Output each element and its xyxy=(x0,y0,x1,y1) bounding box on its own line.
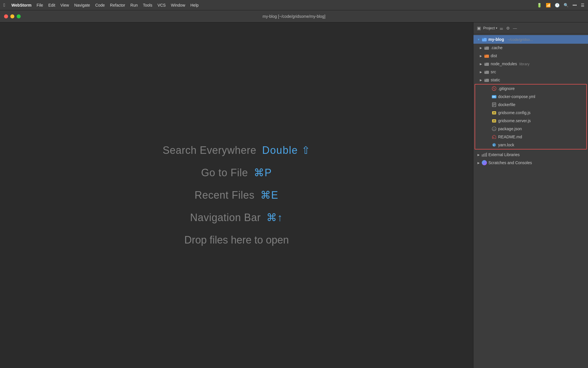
apple-menu[interactable]:  xyxy=(3,3,5,8)
menu-file[interactable]: File xyxy=(37,3,43,7)
tree-item-yarn-lock[interactable]: ▶ Y yarn.lock xyxy=(475,141,586,149)
scratches-icon xyxy=(481,160,487,166)
menu-help[interactable]: Help xyxy=(190,3,199,7)
gitignore-name: .gitignore xyxy=(498,86,515,91)
svg-rect-26 xyxy=(485,153,486,157)
node-modules-arrow: ▶ xyxy=(478,61,484,67)
maximize-button[interactable] xyxy=(17,14,21,18)
svg-rect-7 xyxy=(484,63,486,64)
tree-item-src[interactable]: ▶ src xyxy=(473,68,588,76)
tree-item-readme[interactable]: ▶ MD README.md xyxy=(475,133,586,141)
collapse-icon[interactable]: — xyxy=(513,26,517,30)
menu-run[interactable]: Run xyxy=(130,3,138,7)
window-controls xyxy=(4,14,21,18)
menu-view[interactable]: View xyxy=(60,3,69,7)
node-modules-folder-icon xyxy=(484,61,490,67)
menu-window[interactable]: Window xyxy=(171,3,185,7)
tree-item-external-libraries[interactable]: ▶ External Libraries xyxy=(473,151,588,159)
dist-name: dist xyxy=(491,53,497,58)
shortcut-go-to-file: Go to File ⌘P xyxy=(201,167,272,179)
tree-item-dist[interactable]: ▶ dist xyxy=(473,52,588,60)
project-panel-icon: ▣ xyxy=(477,26,481,31)
menu-refactor[interactable]: Refactor xyxy=(110,3,125,7)
tree-item-cache[interactable]: ▶ .cache xyxy=(473,44,588,52)
settings-icon[interactable]: ⚙ xyxy=(506,26,510,30)
window-title: my-blog [~/code/gridsome/my-blog] xyxy=(262,14,325,19)
drop-files-label: Drop files here to open xyxy=(184,234,289,246)
tree-item-dockerfile[interactable]: ▶ dockerfile xyxy=(475,101,586,109)
static-name: static xyxy=(491,78,500,82)
cache-arrow: ▶ xyxy=(478,45,484,51)
spotlight-icon[interactable]: 🔍 xyxy=(564,3,568,7)
docker-compose-icon: DC xyxy=(491,94,497,99)
node-modules-name: node_modules xyxy=(491,62,517,66)
tree-item-gridsome-config[interactable]: ▶ JS gridsome.config.js xyxy=(475,109,586,117)
tree-item-scratches[interactable]: ▶ Scratches and Consoles xyxy=(473,159,588,167)
ext-lib-icon xyxy=(481,152,487,158)
gridsome-server-name: gridsome.server.js xyxy=(498,118,531,123)
tree-item-gitignore[interactable]: ▶ .gitignore xyxy=(475,85,586,93)
root-name: my-blog xyxy=(488,37,504,42)
chevron-down-icon: ▾ xyxy=(496,26,497,30)
dockerfile-name: dockerfile xyxy=(498,102,515,107)
app-name[interactable]: WebStorm xyxy=(11,3,32,7)
svg-rect-3 xyxy=(484,47,486,47)
menu-navigate[interactable]: Navigate xyxy=(74,3,90,7)
menu-bar:  WebStorm File Edit View Navigate Code … xyxy=(0,0,588,10)
svg-line-13 xyxy=(493,88,495,89)
tree-item-package-json[interactable]: ▶ {} package.json xyxy=(475,125,586,133)
cache-folder-icon xyxy=(484,45,490,51)
gitignore-icon xyxy=(491,86,497,91)
title-bar: my-blog [~/code/gridsome/my-blog] xyxy=(0,10,588,22)
project-label: Project xyxy=(483,26,495,30)
tree-item-static[interactable]: ▶ static xyxy=(473,76,588,84)
gridsome-config-name: gridsome.config.js xyxy=(498,110,531,115)
package-json-name: package.json xyxy=(498,126,522,131)
more-icon: ••• xyxy=(572,3,577,7)
ext-lib-arrow: ▶ xyxy=(476,152,481,158)
src-name: src xyxy=(491,70,496,74)
navigation-bar-key: ⌘↑ xyxy=(266,212,283,224)
static-folder-icon xyxy=(484,77,490,83)
svg-rect-25 xyxy=(483,154,484,157)
root-item[interactable]: ▼ my-blog ~/code/gridso... xyxy=(473,35,588,44)
docker-compose-name: docker-compose.yml xyxy=(498,94,535,99)
svg-rect-24 xyxy=(482,154,483,157)
svg-text:{}: {} xyxy=(493,128,495,131)
menu-code[interactable]: Code xyxy=(95,3,105,7)
gridsome-config-icon: JS xyxy=(491,110,497,116)
recent-files-key: ⌘E xyxy=(260,189,279,201)
tree-item-node-modules[interactable]: ▶ node_modules library xyxy=(473,60,588,68)
dist-arrow: ▶ xyxy=(478,53,484,59)
svg-rect-27 xyxy=(486,153,487,157)
gridsome-server-icon: JS xyxy=(491,118,497,124)
search-everywhere-label: Search Everywhere xyxy=(163,144,256,156)
cache-name: .cache xyxy=(491,45,502,50)
menu-extras: ☰ xyxy=(581,3,585,7)
close-button[interactable] xyxy=(4,14,8,18)
svg-rect-11 xyxy=(484,79,486,80)
svg-rect-5 xyxy=(484,55,486,55)
project-dropdown[interactable]: Project ▾ xyxy=(483,26,497,30)
static-arrow: ▶ xyxy=(478,77,484,83)
filter-icon[interactable]: ⚌ xyxy=(500,26,503,30)
tree-item-docker-compose[interactable]: ▶ DC docker-compose.yml xyxy=(475,93,586,101)
shortcut-recent-files: Recent Files ⌘E xyxy=(195,189,278,201)
readme-name: README.md xyxy=(498,135,522,139)
readme-icon: MD xyxy=(491,134,497,140)
highlighted-files-group: ▶ .gitignore ▶ DC docker-compo xyxy=(475,84,587,150)
node-modules-subtext: library xyxy=(519,62,529,66)
svg-text:Y: Y xyxy=(493,144,494,146)
tree-item-gridsome-server[interactable]: ▶ JS gridsome.server.js xyxy=(475,117,586,125)
minimize-button[interactable] xyxy=(10,14,14,18)
menu-edit[interactable]: Edit xyxy=(48,3,55,7)
clock-icon: 🕐 xyxy=(555,3,560,7)
root-arrow: ▼ xyxy=(476,37,481,42)
scratches-name: Scratches and Consoles xyxy=(488,160,532,165)
package-json-icon: {} xyxy=(491,126,497,132)
menu-tools[interactable]: Tools xyxy=(143,3,152,7)
svg-rect-9 xyxy=(484,71,486,72)
menu-vcs[interactable]: VCS xyxy=(157,3,166,7)
go-to-file-key: ⌘P xyxy=(254,167,272,179)
go-to-file-label: Go to File xyxy=(201,167,248,179)
